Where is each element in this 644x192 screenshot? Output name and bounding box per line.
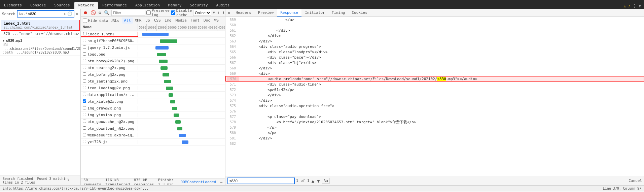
search-button[interactable]: 🔍 [103,9,110,16]
disable-cache-check[interactable]: Disable cache [171,9,192,17]
settings-icon[interactable]: ⚙ [639,4,641,8]
network-list-item-1[interactable]: hm.gif?hca=F0E8C9E6034A11A4&cc=1&ck=1&cl… [81,38,225,44]
item-checkbox-1[interactable] [83,39,86,42]
tab-memory[interactable]: Memory [164,2,186,9]
network-list-item-6[interactable]: btn_bofang@2x.png [81,71,225,78]
item-bar-4 [159,60,168,63]
tab-sources[interactable]: Sources [50,2,74,9]
filter-tab-doc[interactable]: Doc [202,18,212,24]
search-result-item-2[interactable]: 570 ..."none" src="//downsc.chinaz.net/F… [1,31,80,37]
item-checkbox-6[interactable] [83,72,86,76]
tab-cookies[interactable]: Cookies [349,9,371,17]
item-checkbox-5[interactable] [83,66,86,69]
export-icon[interactable]: ⬇ [222,9,225,16]
item-checkbox-16[interactable] [83,140,86,143]
network-list-item-2[interactable]: jquery-1.7.2.min.js [81,44,225,51]
expand-arrow[interactable]: ▶ [3,39,5,42]
prev-match-button[interactable]: ▲ [311,178,315,184]
more-options-icon[interactable]: ⋮ [632,3,637,9]
match-case-button[interactable]: Aa [322,178,330,184]
filter-tab-ws[interactable]: WS [212,18,221,24]
item-checkbox-14[interactable] [83,126,86,130]
code-line-560: 560 [225,22,644,28]
response-search-input[interactable]: s830 [227,178,295,184]
code-line-562: 562 </div> [225,33,644,38]
item-checkbox-12[interactable] [83,113,86,116]
online-select[interactable]: Online [193,10,211,16]
tab-timing[interactable]: Timing [328,9,349,17]
network-list-item-5[interactable]: btn_search@2x.png [81,65,225,71]
item-bar-3 [157,53,166,56]
code-line-574: 574 </div> [225,98,644,103]
close-response-search-button[interactable]: Cancel [629,179,642,183]
item-checkbox-13[interactable] [83,120,86,123]
item-checkbox-8[interactable] [83,86,86,89]
filter-input[interactable] [111,10,145,16]
search-close-icon[interactable]: × [76,11,78,16]
item-checkbox-10[interactable] [83,99,86,103]
item-checkbox-7[interactable] [83,79,86,83]
history-icon[interactable]: 🕐 [67,11,72,16]
network-toolbar: ⏺ 🚫 ⚙ 🔍 Preserve log Disable cache Onlin… [81,9,225,17]
tab-response[interactable]: Response [277,9,301,17]
network-list-item-4[interactable]: btn_home@2x%20(2).png [81,58,225,65]
item-bar-6 [163,73,170,76]
item-checkbox-15[interactable] [83,133,86,136]
network-list-item-16[interactable]: yxi728.js [81,139,225,146]
status-text: info:https://info.chinaz.com/track/ga.js… [3,187,148,190]
tab-audits[interactable]: Audits [212,2,234,9]
refresh-icon[interactable]: ↻ [64,11,66,16]
network-list-item-14[interactable]: btn_download_n@2x.png [81,125,225,132]
network-list-item-12[interactable]: img_yinxiao.png [81,112,225,119]
code-line-581: 581 </div> [225,135,644,141]
item-checkbox-3[interactable] [83,52,86,56]
line-content-564: <div class="audio-progress"> [239,44,644,49]
tab-console[interactable]: Console [26,2,50,9]
tab-headers[interactable]: Headers [232,9,254,17]
code-line-578: 578 <a href="/yinxiao/210205034653.htm" … [225,119,644,125]
item-checkbox-4[interactable] [83,59,86,62]
network-list-item-0[interactable]: index_1.html [81,31,225,38]
tab-preview[interactable]: Preview [255,9,277,17]
tab-performance[interactable]: Performance [98,2,131,9]
item-checkbox-11[interactable] [83,106,86,109]
network-list-item-3[interactable]: logo.png [81,51,225,58]
item-checkbox-2[interactable] [83,45,86,49]
close-panel-icon[interactable]: × [225,9,232,17]
line-content-572: <p>01:42</p> [239,88,644,92]
filter-tab-xhr[interactable]: XHR [133,18,144,24]
hide-data-urls-check[interactable]: Hide data URLs [83,18,119,24]
filter-tab-media[interactable]: Media [173,18,188,24]
line-number-566: 566 [227,56,239,59]
throttle-icon: ▼ [213,10,215,15]
network-list-item-7[interactable]: btn_zanting@2x.png [81,78,225,85]
item-checkbox-0[interactable] [83,32,86,35]
item-checkbox-9[interactable] [83,93,86,96]
filter-tab-all[interactable]: All [122,18,133,24]
filter-tab-css[interactable]: CSS [152,18,163,24]
network-list-item-13[interactable]: btn_gouwuche_n@2x.png [81,119,225,125]
tab-elements[interactable]: Elements [0,2,26,9]
network-list-item-15[interactable]: WebResource.axd?d=iQ2k0GmAQKambRHT6ji7JG… [81,132,225,139]
line-number-569: 569 [227,72,239,75]
tab-application[interactable]: Application [131,2,164,9]
tab-network[interactable]: Network [74,2,98,9]
record-button[interactable]: ⏺ [83,9,88,16]
network-list-item-8[interactable]: icon_loading@2x.png [81,85,225,92]
clear-button[interactable]: 🚫 [90,9,97,16]
network-list-item-9[interactable]: data:application/x-... [81,92,225,98]
next-match-button[interactable]: ▼ [316,178,320,184]
network-list-item-11[interactable]: img_gray@2x.png [81,105,225,112]
filter-tab-js[interactable]: JS [143,18,152,24]
network-list-item-10[interactable]: btn_xiala@2x.png [81,98,225,105]
filter-tab-img[interactable]: Img [163,18,174,24]
tab-initiator[interactable]: Initiator [301,9,328,17]
import-icon[interactable]: ⬆ [216,9,220,16]
filter-tab-font[interactable]: Font [189,18,202,24]
preserve-log-check[interactable]: Preserve log [146,9,170,17]
filter-button[interactable]: ⚙ [98,9,102,16]
search-input[interactable]: s830 [28,12,63,16]
name-column-header: Name [81,24,138,31]
search-result-item-1[interactable]: index_1.html sc.chinaz.com/yinxiao/index… [1,20,80,31]
tab-security[interactable]: Security [186,2,212,9]
